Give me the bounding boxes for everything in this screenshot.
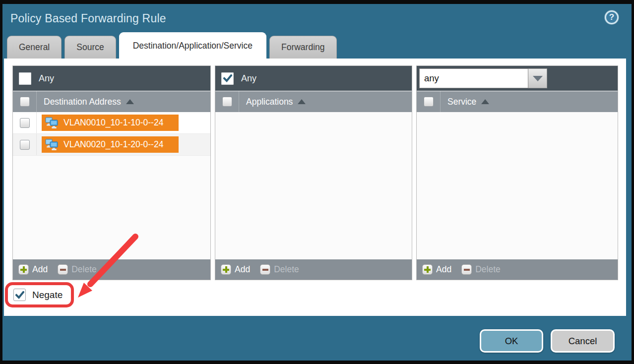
help-icon[interactable]: ? <box>605 10 619 24</box>
add-button[interactable]: Add <box>18 264 48 275</box>
checkmark-icon <box>223 74 232 82</box>
destination-any-label: Any <box>39 73 54 84</box>
sort-asc-icon <box>298 99 306 104</box>
row-checkbox[interactable] <box>20 118 30 128</box>
sort-asc-icon <box>126 99 134 104</box>
minus-icon <box>461 264 472 275</box>
delete-label: Delete <box>274 264 299 275</box>
tab-general[interactable]: General <box>7 36 62 59</box>
service-selectall-checkbox[interactable] <box>424 97 434 107</box>
service-column: any Service <box>416 65 618 280</box>
add-label: Add <box>436 264 451 275</box>
applications-header-label: Applications <box>246 97 293 107</box>
service-selectall-cell <box>417 91 441 112</box>
service-list <box>417 112 618 259</box>
delete-button[interactable]: Delete <box>58 264 97 275</box>
applications-selectall-checkbox[interactable] <box>222 97 232 107</box>
address-row[interactable]: VLAN0020_10-1-20-0--24 <box>13 134 210 156</box>
tab-content-panel: Any Destination Address <box>4 59 626 316</box>
policy-forwarding-dialog: Policy Based Forwarding Rule ? General S… <box>2 4 632 361</box>
plus-icon <box>18 264 29 275</box>
destination-any-bar: Any <box>13 66 210 91</box>
minus-icon <box>260 264 270 275</box>
minus-icon <box>58 264 68 275</box>
add-label: Add <box>235 264 250 275</box>
tab-strip: General Source Destination/Application/S… <box>2 33 632 59</box>
service-header-row: Service <box>417 91 618 112</box>
checkmark-icon <box>15 291 24 299</box>
service-column-header[interactable]: Service <box>447 97 489 107</box>
delete-label: Delete <box>475 264 501 275</box>
tab-source[interactable]: Source <box>64 36 116 59</box>
applications-any-bar: Any <box>215 66 412 91</box>
red-highlight-box: Negate <box>5 282 74 307</box>
tab-forwarding[interactable]: Forwarding <box>269 36 337 59</box>
applications-footer: Add Delete <box>215 259 412 280</box>
row-checkbox[interactable] <box>20 140 30 150</box>
delete-button[interactable]: Delete <box>461 264 501 275</box>
sort-asc-icon <box>481 99 489 104</box>
columns-row: Any Destination Address <box>12 65 618 280</box>
address-chip: VLAN0010_10-1-10-0--24 <box>42 115 179 131</box>
service-header-label: Service <box>447 97 476 107</box>
applications-any-checkbox[interactable] <box>221 72 234 85</box>
title-bar: Policy Based Forwarding Rule ? <box>2 4 632 33</box>
destination-header-label: Destination Address <box>44 97 121 107</box>
network-icon <box>45 139 59 151</box>
row-checkbox-cell <box>13 134 37 155</box>
row-checkbox-cell <box>13 112 37 133</box>
destination-footer: Add Delete <box>13 259 210 280</box>
applications-list <box>215 112 412 259</box>
applications-column-header[interactable]: Applications <box>246 97 306 107</box>
negate-label: Negate <box>32 290 63 301</box>
tab-destination-application-service[interactable]: Destination/Application/Service <box>119 32 266 59</box>
destination-any-checkbox[interactable] <box>19 72 31 85</box>
page-title: Policy Based Forwarding Rule <box>10 12 166 25</box>
plus-icon <box>422 264 433 275</box>
network-icon <box>45 117 59 129</box>
destination-column: Any Destination Address <box>12 65 211 280</box>
dropdown-value: any <box>419 68 528 88</box>
cancel-button[interactable]: Cancel <box>551 329 615 353</box>
applications-any-label: Any <box>241 73 256 84</box>
delete-button[interactable]: Delete <box>260 264 299 275</box>
add-button[interactable]: Add <box>221 264 250 275</box>
add-button[interactable]: Add <box>422 264 451 275</box>
destination-header-row: Destination Address <box>13 91 210 112</box>
service-dropdown-bar: any <box>417 66 618 91</box>
service-footer: Add Delete <box>417 259 618 280</box>
applications-selectall-cell <box>215 91 239 112</box>
address-row[interactable]: VLAN0010_10-1-10-0--24 <box>13 112 210 134</box>
ok-button[interactable]: OK <box>480 329 543 353</box>
address-label: VLAN0020_10-1-20-0--24 <box>63 139 163 150</box>
address-chip: VLAN0020_10-1-20-0--24 <box>42 136 179 153</box>
destination-selectall-checkbox[interactable] <box>20 97 30 107</box>
add-label: Add <box>32 264 48 275</box>
applications-column: Any Applications Add <box>215 65 412 280</box>
destination-selectall-cell <box>13 91 37 112</box>
negate-checkbox[interactable] <box>13 289 26 301</box>
address-label: VLAN0010_10-1-10-0--24 <box>63 118 163 128</box>
delete-label: Delete <box>71 264 97 275</box>
applications-header-row: Applications <box>215 91 412 112</box>
dropdown-button[interactable] <box>528 68 547 88</box>
service-dropdown[interactable]: any <box>419 68 547 88</box>
plus-icon <box>221 264 231 275</box>
action-bar: OK Cancel <box>2 316 632 361</box>
chevron-down-icon <box>533 76 543 81</box>
destination-list: VLAN0010_10-1-10-0--24 <box>13 112 210 259</box>
destination-column-header[interactable]: Destination Address <box>44 97 134 107</box>
